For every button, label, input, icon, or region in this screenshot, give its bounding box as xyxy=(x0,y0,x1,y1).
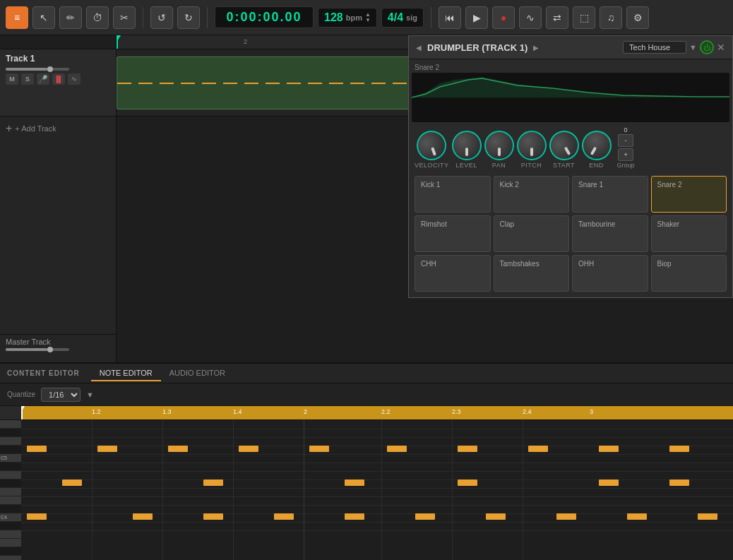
pad-chh[interactable]: CHH xyxy=(415,255,491,292)
note-6[interactable] xyxy=(387,446,407,452)
note-9[interactable] xyxy=(599,446,619,452)
start-knob[interactable] xyxy=(544,125,584,165)
note-7[interactable] xyxy=(458,446,477,452)
note-3[interactable] xyxy=(168,446,188,452)
scissors-button[interactable]: ✂ xyxy=(113,6,136,29)
note-4[interactable] xyxy=(239,446,258,452)
track-1-mic-button[interactable]: 🎤 xyxy=(37,73,49,85)
note-8[interactable] xyxy=(528,446,548,452)
note-14[interactable] xyxy=(458,479,477,486)
ruler-mark-1-2: 1.2 xyxy=(92,408,101,415)
note-13[interactable] xyxy=(345,479,364,486)
record-button[interactable]: ● xyxy=(492,6,515,29)
cursor-button[interactable]: ↖ xyxy=(32,6,55,29)
export1-button[interactable]: ⬚ xyxy=(573,6,595,29)
note-22[interactable] xyxy=(415,513,435,520)
pitch-knob[interactable] xyxy=(517,131,547,160)
note-12[interactable] xyxy=(203,479,223,486)
track-1-volume-slider[interactable] xyxy=(6,68,69,71)
group-label: Group xyxy=(617,162,635,169)
note-26[interactable] xyxy=(698,513,717,520)
note-18[interactable] xyxy=(133,513,153,520)
pad-rimshot[interactable]: Rimshot xyxy=(415,215,491,252)
note-23[interactable] xyxy=(486,513,506,520)
rewind-button[interactable]: ⏮ xyxy=(439,6,461,29)
arrange-area[interactable]: 2 ◀ DRUMPLER (TRACK 1) ▶ Tech House ▼ ⏻ … xyxy=(117,35,733,362)
play-button[interactable]: ▶ xyxy=(465,6,488,29)
pan-label: PAN xyxy=(492,162,506,169)
note-20[interactable] xyxy=(274,513,294,520)
track-1-mute-button[interactable]: M xyxy=(6,73,18,85)
bpm-arrows[interactable]: ▲ ▼ xyxy=(365,12,371,23)
master-track-volume-slider[interactable] xyxy=(6,348,69,351)
drumpler-next-icon[interactable]: ▶ xyxy=(533,44,539,52)
note-21[interactable] xyxy=(345,513,364,520)
pad-snare2[interactable]: Snare 2 xyxy=(651,176,727,213)
note-2[interactable] xyxy=(97,446,117,452)
ruler-mark-2-4: 2.4 xyxy=(523,408,532,415)
group-minus-button[interactable]: - xyxy=(618,134,633,147)
pad-biop[interactable]: Biop xyxy=(651,255,727,292)
pad-snare1[interactable]: Snare 1 xyxy=(572,176,648,213)
loop-button[interactable]: ⇄ xyxy=(546,6,568,29)
pad-kick2[interactable]: Kick 2 xyxy=(494,176,570,213)
track-1-wave-button[interactable]: ∿ xyxy=(68,73,81,85)
tab-audio-editor[interactable]: AUDIO EDITOR xyxy=(161,366,234,381)
play-icon: ▶ xyxy=(473,12,481,23)
drumpler-close-button[interactable]: ✕ xyxy=(717,42,725,53)
add-track-button[interactable]: + + Add Track xyxy=(0,117,116,141)
pad-ohh[interactable]: OHH xyxy=(572,255,648,292)
menu-button[interactable]: ≡ xyxy=(6,6,28,29)
velocity-knob[interactable] xyxy=(412,126,451,165)
bpm-display: 128 bpm ▲ ▼ xyxy=(318,8,377,28)
pan-knob[interactable] xyxy=(484,131,514,160)
tab-note-editor[interactable]: NOTE EDITOR xyxy=(91,366,161,381)
note-grid-body[interactable] xyxy=(21,420,733,560)
note-25[interactable] xyxy=(627,513,647,520)
pad-tambshakes[interactable]: Tambshakes xyxy=(494,255,570,292)
note-17[interactable] xyxy=(27,513,47,520)
clock-button[interactable]: ⏱ xyxy=(86,6,109,29)
grid-h-9 xyxy=(21,496,733,497)
track-1-solo-button[interactable]: S xyxy=(21,73,34,85)
drumpler-power-button[interactable]: ⏻ xyxy=(700,40,714,54)
pad-tambourine[interactable]: Tambourine xyxy=(572,215,648,252)
pad-kick1[interactable]: Kick 1 xyxy=(415,176,491,213)
wave-button[interactable]: ∿ xyxy=(519,6,542,29)
note-11[interactable] xyxy=(62,479,82,486)
track-1-controls: M S 🎤 ▐▌ ∿ xyxy=(6,73,110,85)
group-plus-button[interactable]: + xyxy=(618,148,633,161)
quantize-select[interactable]: 1/16 1/8 1/4 1/2 xyxy=(41,388,81,402)
rewind-icon: ⏮ xyxy=(445,12,455,23)
note-1[interactable] xyxy=(27,446,47,452)
note-10[interactable] xyxy=(669,446,689,452)
undo-button[interactable]: ↺ xyxy=(150,6,173,29)
track-1-volume-knob[interactable] xyxy=(47,66,53,72)
drumpler-prev-icon[interactable]: ◀ xyxy=(416,44,422,52)
level-knob[interactable] xyxy=(452,131,482,160)
master-track-volume-knob[interactable] xyxy=(47,347,53,352)
piano-key-e4 xyxy=(0,530,21,539)
note-19[interactable] xyxy=(203,513,223,520)
note-24[interactable] xyxy=(556,513,576,520)
note-16[interactable] xyxy=(669,479,689,486)
note-15[interactable] xyxy=(599,479,619,486)
pencil-icon: ✏ xyxy=(66,12,75,23)
export3-button[interactable]: ⚙ xyxy=(626,6,649,29)
track-1-record-button[interactable]: ▐▌ xyxy=(52,73,65,85)
grid-h-8 xyxy=(21,488,733,489)
grid-h-10 xyxy=(21,505,733,506)
note-grid[interactable]: 1.2 1.3 1.4 2 2.2 2.3 2.4 3 xyxy=(21,406,733,560)
export2-button[interactable]: ♫ xyxy=(600,6,622,29)
pad-shaker[interactable]: Shaker xyxy=(651,215,727,252)
note-5[interactable] xyxy=(309,446,329,452)
piano-ruler-spacer xyxy=(0,406,21,420)
preset-dropdown-icon[interactable]: ▼ xyxy=(689,43,697,52)
end-knob[interactable] xyxy=(576,125,616,165)
pencil-button[interactable]: ✏ xyxy=(59,6,82,29)
redo-button[interactable]: ↻ xyxy=(177,6,200,29)
pad-clap[interactable]: Clap xyxy=(494,215,570,252)
grid-h-7 xyxy=(21,479,733,480)
pitch-knob-group: PITCH xyxy=(517,131,547,169)
piano-key-d4 xyxy=(0,539,21,547)
